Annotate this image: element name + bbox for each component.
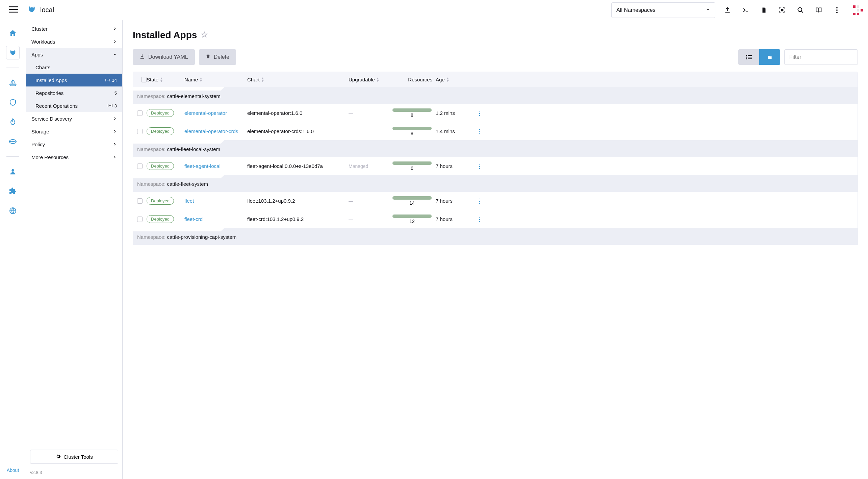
nav-sidebar: Cluster Workloads Apps Charts Installed … xyxy=(26,20,123,479)
cluster-icon-nav[interactable] xyxy=(6,46,20,59)
app-name-link[interactable]: elemental-operator-crds xyxy=(184,128,238,134)
nav-service-discovery[interactable]: Service Discovery xyxy=(26,112,122,125)
star-icon[interactable] xyxy=(201,31,208,39)
upgradable-managed: Managed xyxy=(349,163,368,169)
upgradable-dash: — xyxy=(349,110,353,116)
user-icon[interactable] xyxy=(6,165,20,178)
app-name-link[interactable]: fleet-crd xyxy=(184,216,203,222)
app-name-link[interactable]: elemental-operator xyxy=(184,110,227,116)
namespace-value: cattle-fleet-local-system xyxy=(167,146,220,152)
sort-icon: ▲▼ xyxy=(261,77,264,82)
folder-view-button[interactable] xyxy=(759,49,780,65)
home-icon[interactable] xyxy=(6,26,20,40)
namespace-badge-icon xyxy=(105,78,110,83)
resources-cell: 8 xyxy=(392,127,436,136)
kebab-icon[interactable] xyxy=(831,4,843,16)
state-badge: Deployed xyxy=(147,127,174,135)
delete-button[interactable]: Delete xyxy=(199,49,236,65)
age-value: 1.4 mins xyxy=(436,128,473,134)
nav-charts[interactable]: Charts xyxy=(26,61,122,74)
shell-icon[interactable] xyxy=(740,4,752,16)
nav-recent-operations[interactable]: Recent Operations 3 xyxy=(26,99,122,112)
svg-point-16 xyxy=(11,169,14,172)
nav-apps[interactable]: Apps xyxy=(26,48,122,61)
row-checkbox[interactable] xyxy=(137,217,143,222)
nav-more-resources[interactable]: More Resources xyxy=(26,151,122,163)
globe-icon[interactable] xyxy=(6,204,20,218)
row-menu-icon[interactable]: ⋮ xyxy=(473,197,486,205)
row-menu-icon[interactable]: ⋮ xyxy=(473,216,486,223)
version-label: v2.8.3 xyxy=(26,468,122,479)
nav-workloads[interactable]: Workloads xyxy=(26,35,122,48)
svg-point-13 xyxy=(12,141,12,142)
cluster-tools-button[interactable]: Cluster Tools xyxy=(30,450,118,464)
select-icon[interactable] xyxy=(776,4,788,16)
extension-icon[interactable] xyxy=(6,184,20,198)
state-badge: Deployed xyxy=(147,109,174,117)
shield-icon[interactable] xyxy=(6,96,20,109)
col-upgradable[interactable]: Upgradable▲▼ xyxy=(349,77,392,82)
chart-value: fleet-crd:103.1.2+up0.9.2 xyxy=(247,216,349,222)
namespace-label: Namespace: xyxy=(137,146,167,152)
cluster-name[interactable]: local xyxy=(40,6,54,14)
gear-icon xyxy=(55,454,61,460)
upgradable-dash: — xyxy=(349,198,353,204)
row-checkbox[interactable] xyxy=(137,163,143,169)
row-menu-icon[interactable]: ⋮ xyxy=(473,162,486,170)
chart-value: elemental-operator:1.6.0 xyxy=(247,110,349,116)
select-all-checkbox[interactable] xyxy=(141,77,147,82)
nav-repositories[interactable]: Repositories 5 xyxy=(26,86,122,99)
nav-policy[interactable]: Policy xyxy=(26,138,122,151)
namespace-selector[interactable]: All Namespaces xyxy=(611,2,715,18)
col-resources[interactable]: Resources xyxy=(392,77,436,82)
col-chart[interactable]: Chart▲▼ xyxy=(247,77,349,82)
upgradable-dash: — xyxy=(349,129,353,134)
app-name-link[interactable]: fleet-agent-local xyxy=(184,163,221,169)
nav-storage[interactable]: Storage xyxy=(26,125,122,138)
toolbar: Download YAML Delete xyxy=(133,49,858,65)
about-link[interactable]: About xyxy=(7,468,19,473)
row-checkbox[interactable] xyxy=(137,110,143,116)
chevron-down-icon xyxy=(113,52,117,57)
docs-icon[interactable] xyxy=(813,4,825,16)
app-name-link[interactable]: fleet xyxy=(184,198,194,204)
list-view-button[interactable] xyxy=(738,49,759,65)
upload-icon[interactable] xyxy=(721,4,734,16)
filter-input[interactable] xyxy=(784,49,858,65)
sailboat-icon[interactable] xyxy=(6,76,20,90)
namespace-value: cattle-fleet-system xyxy=(167,181,208,187)
table-header: State▲▼ Name▲▼ Chart▲▼ Upgradable▲▼ Reso… xyxy=(133,72,858,87)
svg-rect-19 xyxy=(748,55,752,56)
svg-rect-5 xyxy=(853,5,856,8)
namespace-group-header: Namespace: cattle-provisioning-capi-syst… xyxy=(133,228,858,245)
nav-installed-apps[interactable]: Installed Apps 14 xyxy=(26,74,122,86)
nav-cluster[interactable]: Cluster xyxy=(26,22,122,35)
col-name[interactable]: Name▲▼ xyxy=(184,77,247,82)
fire-icon[interactable] xyxy=(6,115,20,129)
search-icon[interactable] xyxy=(794,4,807,16)
row-checkbox[interactable] xyxy=(137,129,143,134)
cluster-icon xyxy=(27,5,36,15)
tracks-icon[interactable] xyxy=(6,135,20,148)
avatar[interactable] xyxy=(852,4,864,16)
col-age[interactable]: Age▲▼ xyxy=(436,77,473,82)
upgradable-dash: — xyxy=(349,217,353,222)
row-menu-icon[interactable]: ⋮ xyxy=(473,128,486,135)
trash-icon xyxy=(206,54,210,60)
download-yaml-button[interactable]: Download YAML xyxy=(133,49,195,65)
svg-point-3 xyxy=(836,9,838,11)
chart-value: fleet-agent-local:0.0.0+s-13e0d7a xyxy=(247,163,349,169)
hamburger-icon[interactable] xyxy=(9,6,18,14)
age-value: 7 hours xyxy=(436,216,473,222)
namespace-badge-icon xyxy=(108,103,112,108)
svg-point-1 xyxy=(798,7,802,11)
hamburger-wrap xyxy=(4,6,23,14)
row-menu-icon[interactable]: ⋮ xyxy=(473,109,486,117)
resource-bar xyxy=(392,196,432,200)
svg-rect-23 xyxy=(748,58,752,59)
col-state[interactable]: State▲▼ xyxy=(147,77,184,82)
svg-point-20 xyxy=(746,57,747,58)
state-badge: Deployed xyxy=(147,197,174,205)
file-icon[interactable] xyxy=(758,4,770,16)
row-checkbox[interactable] xyxy=(137,198,143,204)
